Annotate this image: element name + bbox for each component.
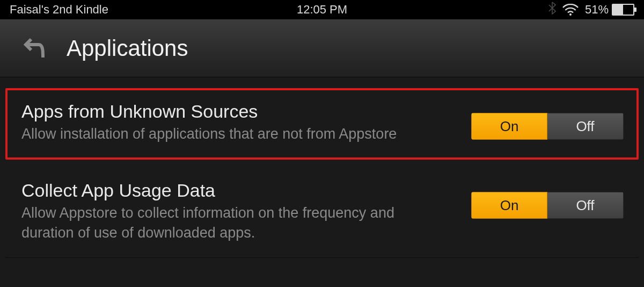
settings-list: Apps from Unknown Sources Allow installa…: [0, 77, 644, 258]
toggle-on-button[interactable]: On: [471, 113, 547, 140]
page-title: Applications: [67, 35, 188, 61]
toggle-off-button[interactable]: Off: [547, 192, 624, 219]
setting-desc: Allow Appstore to collect information on…: [21, 203, 450, 242]
device-name: Faisal's 2nd Kindle: [10, 3, 322, 17]
setting-desc: Allow installation of applications that …: [21, 124, 450, 144]
toggle-unknown-sources[interactable]: On Off: [471, 113, 624, 140]
toggle-on-button[interactable]: On: [471, 192, 547, 219]
setting-title: Collect App Usage Data: [21, 180, 450, 201]
battery-status: 51%: [585, 3, 634, 17]
back-icon[interactable]: [21, 36, 46, 61]
setting-unknown-sources: Apps from Unknown Sources Allow installa…: [5, 88, 639, 160]
bluetooth-icon: [548, 2, 556, 18]
status-bar: Faisal's 2nd Kindle 12:05 PM 51%: [0, 0, 644, 19]
svg-point-0: [569, 13, 572, 16]
page-header: Applications: [0, 19, 644, 77]
setting-usage-data: Collect App Usage Data Allow Appstore to…: [5, 169, 639, 258]
clock: 12:05 PM: [297, 3, 347, 17]
battery-fill: [613, 5, 623, 15]
status-icons: 51%: [322, 2, 634, 18]
toggle-usage-data[interactable]: On Off: [471, 192, 624, 219]
toggle-off-button[interactable]: Off: [547, 113, 624, 140]
battery-icon: [612, 4, 634, 16]
wifi-icon: [562, 4, 579, 16]
setting-title: Apps from Unknown Sources: [21, 101, 450, 122]
battery-percent: 51%: [585, 3, 609, 17]
setting-text: Apps from Unknown Sources Allow installa…: [21, 101, 471, 144]
setting-text: Collect App Usage Data Allow Appstore to…: [21, 180, 471, 242]
